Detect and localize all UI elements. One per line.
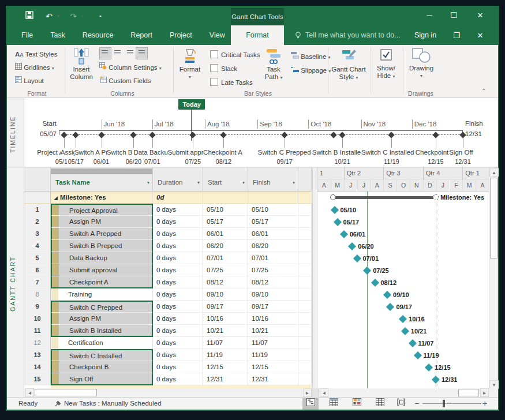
gantt-chart-area[interactable]: 1Qtr 2Qtr 3Qtr 4Qtr 1AMJJASONDJFMA Miles…	[317, 167, 489, 388]
maximize-button[interactable]: ☐	[444, 7, 463, 24]
column-header-add-new[interactable]	[298, 167, 312, 192]
task-name-cell[interactable]: Data Backup	[51, 252, 153, 264]
table-row[interactable]: 8Training0 days09/1009/10	[24, 288, 312, 301]
start-cell[interactable]: 12/31	[203, 373, 248, 385]
start-cell[interactable]: 05/17	[203, 216, 248, 228]
task-name-cell[interactable]: Assign PM	[51, 313, 153, 325]
chart-milestone-diamond[interactable]	[414, 351, 422, 359]
timeline-milestone-diamond[interactable]	[73, 132, 79, 138]
add-new-cell[interactable]	[298, 313, 312, 325]
timescale-month-cell[interactable]: M	[462, 179, 476, 192]
timescale-month-cell[interactable]: J	[344, 179, 357, 192]
task-name-cell[interactable]: Certification	[51, 337, 153, 349]
zoom-slider-thumb[interactable]	[443, 400, 445, 407]
finish-cell[interactable]: 09/10	[248, 288, 298, 301]
undo-dropdown-icon[interactable]: ▾	[55, 10, 61, 22]
duration-cell[interactable]: 0 days	[153, 361, 203, 373]
table-row[interactable]: 4Switch B Prepped0 days06/2006/20	[24, 240, 312, 252]
finish-cell[interactable]: 10/21	[248, 325, 298, 337]
task-name-cell[interactable]: Switch B Prepped	[51, 240, 153, 252]
zoom-out-button[interactable]: −	[414, 399, 419, 408]
start-cell[interactable]: 10/21	[203, 325, 248, 337]
task-name-cell[interactable]: Switch A Prepped	[51, 228, 153, 240]
row-number[interactable]: 4	[24, 240, 51, 252]
row-number[interactable]: 13	[24, 349, 51, 361]
timeline-milestone-diamond[interactable]	[282, 132, 288, 138]
start-cell[interactable]: 07/01	[203, 252, 248, 264]
finish-cell[interactable]: 09/17	[248, 301, 298, 313]
start-cell[interactable]: 06/01	[203, 228, 248, 240]
timeline-milestone-diamond[interactable]	[331, 132, 337, 138]
sign-in-link[interactable]: Sign in	[414, 25, 436, 45]
add-new-cell[interactable]	[298, 288, 312, 301]
start-cell[interactable]: 11/07	[203, 337, 248, 349]
close-button[interactable]: ✕	[470, 7, 490, 24]
timeline-milestone-diamond[interactable]	[149, 132, 155, 138]
timescale-month-cell[interactable]: O	[396, 179, 410, 192]
chart-milestone-diamond[interactable]	[334, 217, 342, 226]
row-number[interactable]: 3	[24, 228, 51, 240]
gantt-chart-view-button[interactable]	[302, 398, 319, 410]
slippage-button[interactable]: Slippage ▾	[291, 64, 331, 77]
gantt-chart-style-button[interactable]: Gantt Chart Style ▾	[330, 47, 367, 81]
gridlines-button[interactable]: Gridlines ▾	[15, 61, 54, 74]
vertical-scrollbar[interactable]: ▲ ▼	[489, 167, 498, 388]
custom-fields-button[interactable]: Custom Fields	[99, 74, 151, 87]
task-usage-view-button[interactable]	[326, 398, 342, 410]
chart-milestone-diamond[interactable]	[340, 230, 348, 238]
tab-format[interactable]: Format	[231, 25, 284, 45]
row-number[interactable]: 14	[24, 361, 51, 373]
finish-cell[interactable]: 12/31	[248, 373, 298, 385]
timescale-quarter-cell[interactable]: Qtr 3	[383, 167, 423, 179]
zoom-in-button[interactable]: +	[482, 399, 487, 408]
timescale-month-cell[interactable]: S	[383, 179, 396, 192]
team-planner-view-button[interactable]	[349, 398, 365, 410]
add-new-cell[interactable]	[298, 252, 312, 264]
finish-cell[interactable]: 06/20	[248, 240, 298, 252]
timescale-month-cell[interactable]: D	[423, 179, 436, 192]
table-row[interactable]: 3Switch A Prepped0 days06/0106/01	[24, 228, 312, 240]
align-right-button[interactable]	[124, 47, 136, 59]
filter-dropdown-icon[interactable]: ▾	[197, 180, 200, 185]
column-header-duration[interactable]: Duration▾	[153, 167, 203, 192]
add-new-cell[interactable]	[298, 276, 312, 288]
table-row[interactable]: 7Checkpoint A0 days08/1208/12	[24, 276, 312, 288]
filter-dropdown-icon[interactable]: ▾	[147, 180, 149, 185]
chart-milestone-diamond[interactable]	[386, 302, 394, 310]
status-new-tasks[interactable]: New Tasks : Manually Scheduled	[64, 400, 162, 407]
table-row[interactable]: 10Assign PM0 days10/1610/16	[24, 313, 312, 325]
finish-cell[interactable]: 10/16	[248, 313, 298, 325]
table-row[interactable]: 12Certification0 days11/0711/07	[24, 337, 312, 349]
chart-milestone-diamond[interactable]	[353, 254, 361, 262]
add-new-cell[interactable]	[298, 349, 312, 361]
column-header-start[interactable]: Start▾	[203, 167, 248, 192]
duration-cell[interactable]: 0 days	[153, 313, 203, 325]
task-name-cell[interactable]: Switch C Installed	[51, 349, 153, 361]
row-number[interactable]: 7	[24, 276, 51, 288]
duration-cell[interactable]: 0 days	[153, 228, 203, 240]
undo-button[interactable]: ↶	[43, 10, 55, 22]
duration-cell[interactable]: 0 days	[153, 349, 203, 361]
task-name-cell[interactable]: Switch B Installed	[51, 325, 153, 337]
task-path-button[interactable]: Task Path ▾	[260, 47, 287, 81]
duration-cell[interactable]: 0 days	[153, 373, 203, 385]
chart-milestone-diamond[interactable]	[408, 339, 416, 347]
table-row[interactable]: 5Data Backup0 days07/0107/01	[24, 252, 312, 264]
timeline-milestone-diamond[interactable]	[432, 132, 439, 138]
timescale-quarter-cell[interactable]: 1	[317, 167, 344, 179]
critical-tasks-checkbox[interactable]: Critical Tasks	[210, 50, 260, 61]
task-name-cell[interactable]: Checkpoint B	[51, 361, 153, 373]
scroll-up-icon[interactable]: ▲	[489, 168, 499, 177]
timescale-month-cell[interactable]: A	[476, 179, 489, 192]
start-cell[interactable]: 08/12	[203, 276, 248, 288]
finish-cell[interactable]: 07/01	[248, 252, 298, 264]
row-number[interactable]: 5	[24, 252, 51, 264]
table-row[interactable]: 2Assign PM0 days05/1705/17	[24, 216, 312, 228]
table-row[interactable]: 15Sign Off0 days12/3112/31	[24, 373, 312, 385]
collapse-triangle-icon[interactable]: ◢	[54, 195, 58, 201]
finish-cell[interactable]: 05/17	[248, 216, 298, 228]
task-name-cell[interactable]: Sign Off	[51, 373, 153, 385]
timeline-milestone-diamond[interactable]	[388, 132, 395, 138]
summary-row[interactable]: ◢Milestone: Yes 0d	[24, 192, 312, 204]
row-number[interactable]: 1	[24, 204, 51, 216]
